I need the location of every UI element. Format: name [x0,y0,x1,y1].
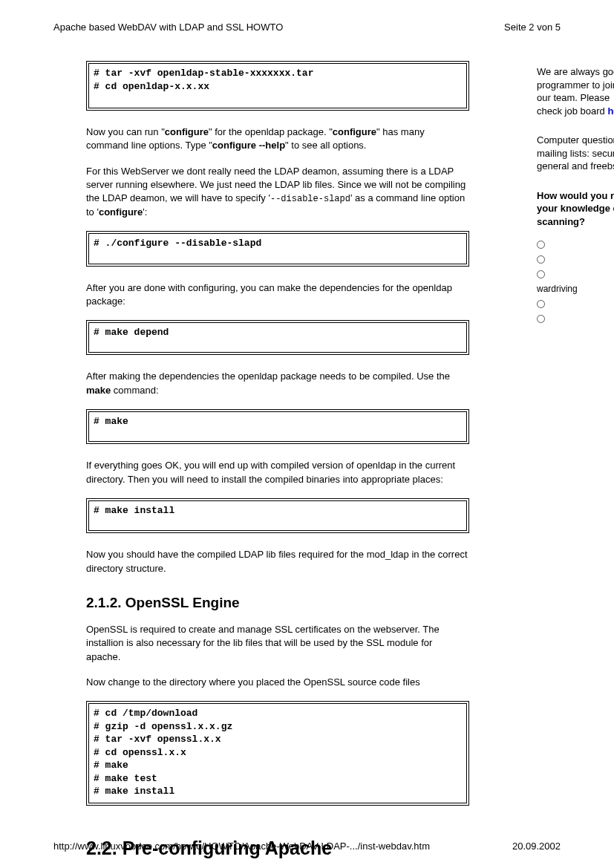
radio-icon[interactable] [537,270,545,278]
para-ldap-lib-done: Now you should have the compiled LDAP li… [86,548,469,575]
page-header: Apache based WebDAV with LDAP and SSL HO… [53,21,561,34]
poll-option-6[interactable] [537,311,614,326]
para-make: After making the dependencies the openld… [86,370,469,397]
poll-option-1[interactable] [537,237,614,252]
code-block-openssl: # cd /tmp/download # gzip -d openssl.x.x… [86,701,469,806]
footer-url: http://www.linuxvoodoo.com/howto/HOWTO/A… [53,840,430,853]
sidebar: We are always good programmer to join ou… [537,65,614,326]
radio-icon[interactable] [537,315,545,323]
heading-212-openssl: 2.1.2. OpenSSL Engine [86,593,469,613]
para-openssl-cd: Now change to the directory where you pl… [86,676,469,689]
poll-option-4[interactable]: wardriving [537,281,614,296]
code-block-tar-cd: # tar -xvf openldap-stable-xxxxxxx.tar #… [86,61,469,111]
poll-option-2[interactable] [537,252,614,267]
page-number: Seite 2 von 5 [504,21,561,34]
sidebar-join-text: We are always good programmer to join ou… [537,65,614,117]
para-make-depend: After you are done with configuring, you… [86,281,469,308]
poll-option-3[interactable] [537,267,614,281]
page-footer: http://www.linuxvoodoo.com/howto/HOWTO/A… [53,840,561,853]
radio-icon[interactable] [537,255,545,264]
main-content: # tar -xvf openldap-stable-xxxxxxx.tar #… [53,61,469,868]
footer-date: 20.09.2002 [512,840,561,853]
para-disable-slapd: For this WebServer we dont really need t… [86,165,469,219]
para-make-install: If everything goes OK, you will end up w… [86,459,469,486]
doc-title: Apache based WebDAV with LDAP and SSL HO… [53,21,283,34]
para-openssl-intro: OpenSSL is required to create and manage… [86,623,469,664]
poll-option-label: wardriving [537,283,578,296]
code-block-make: # make [86,409,469,445]
radio-icon[interactable] [537,241,545,249]
sidebar-poll-question: How would you rate your knowledge of sca… [537,189,614,229]
code-block-make-depend: # make depend [86,320,469,356]
para-configure-intro: Now you can run "configure" for the open… [86,125,469,152]
sidebar-here-link[interactable]: here [607,105,614,117]
code-block-configure: # ./configure --disable-slapd [86,231,469,267]
sidebar-mailing-lists: Computer questions mailing lists: securi… [537,134,614,173]
radio-icon[interactable] [537,300,545,308]
poll-option-5[interactable] [537,296,614,311]
code-block-make-install: # make install [86,498,469,534]
